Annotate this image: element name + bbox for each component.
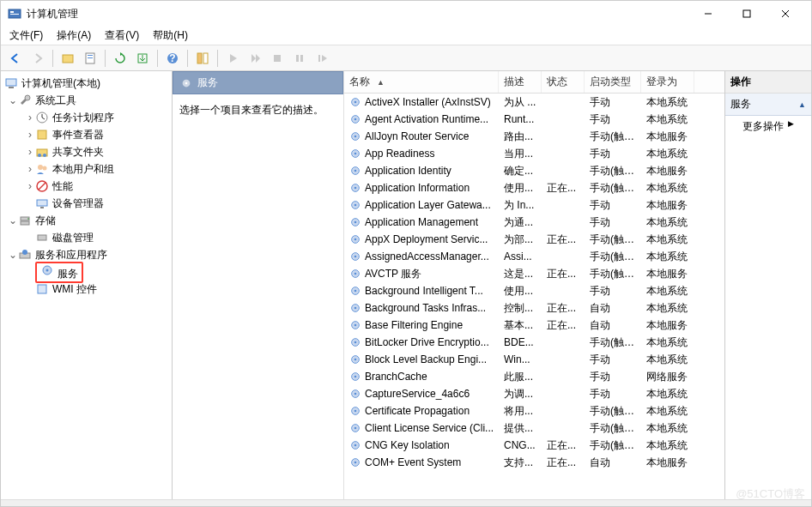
service-row[interactable]: Application Layer Gatewa...为 In...手动本地服务 [344, 196, 724, 214]
help-button[interactable]: ? [163, 49, 182, 68]
minimize-button[interactable] [688, 1, 727, 27]
service-row[interactable]: AllJoyn Router Service路由...手动(触发...本地服务 [344, 128, 724, 145]
svg-point-86 [354, 444, 357, 447]
service-row[interactable]: Background Intelligent T...使用...手动本地系统 [344, 282, 724, 299]
menu-action[interactable]: 操作(A) [52, 27, 96, 45]
refresh-button[interactable] [111, 49, 130, 68]
tree-device-manager[interactable]: ›设备管理器 [3, 195, 170, 212]
gear-icon [349, 113, 361, 125]
service-row[interactable]: Agent Activation Runtime...Runt...手动本地系统 [344, 111, 724, 128]
tree-disk-management[interactable]: ›磁盘管理 [3, 229, 170, 246]
tree-storage[interactable]: ⌄存储 [3, 212, 170, 229]
col-name[interactable]: 名称▲ [344, 71, 499, 93]
back-button[interactable] [6, 49, 25, 68]
col-status[interactable]: 状态 [542, 71, 585, 93]
menu-file[interactable]: 文件(F) [4, 27, 48, 45]
service-row[interactable]: AppX Deployment Servic...为部...正在...手动(触发… [344, 231, 724, 248]
expand-icon[interactable]: › [25, 112, 35, 124]
tree-shared-folders[interactable]: ›共享文件夹 [3, 143, 170, 160]
maximize-button[interactable] [727, 1, 766, 27]
svg-point-27 [43, 154, 46, 157]
menu-help[interactable]: 帮助(H) [148, 27, 193, 45]
service-row[interactable]: Application Management为通...手动本地系统 [344, 214, 724, 231]
gear-icon [349, 285, 361, 297]
tree-wmi[interactable]: ›WMI 控件 [3, 281, 170, 298]
service-row[interactable]: Block Level Backup Engi...Win...手动本地系统 [344, 351, 724, 368]
service-startup: 手动(触发... [585, 250, 641, 264]
collapse-icon[interactable]: ⌄ [8, 214, 18, 226]
menu-view[interactable]: 查看(V) [100, 27, 144, 45]
service-row[interactable]: BranchCache此服...手动网络服务 [344, 368, 724, 385]
tree-event-viewer[interactable]: ›事件查看器 [3, 126, 170, 143]
expand-icon[interactable]: › [25, 146, 35, 158]
actions-section[interactable]: 服务 ▲ [725, 94, 811, 116]
service-row[interactable]: App Readiness当用...手动本地系统 [344, 145, 724, 162]
service-row[interactable]: Application Information使用...正在...手动(触发..… [344, 179, 724, 196]
actions-more[interactable]: 更多操作 ▶ [725, 116, 811, 137]
service-row[interactable]: AssignedAccessManager...Assi...手动(触发...本… [344, 248, 724, 265]
svg-point-52 [354, 153, 357, 155]
service-row[interactable]: Background Tasks Infras...控制...正在...自动本地… [344, 299, 724, 317]
expand-icon[interactable]: › [25, 163, 35, 175]
service-startup: 手动 [585, 112, 641, 127]
service-row[interactable]: Client License Service (Cli...提供...手动(触发… [344, 419, 724, 437]
tree-root[interactable]: 计算机管理(本地) [3, 75, 170, 92]
service-startup: 手动(触发... [585, 181, 641, 196]
restart-button[interactable] [312, 49, 331, 68]
gear-icon [349, 439, 361, 451]
collapse-icon[interactable]: ⌄ [8, 94, 18, 106]
collapse-icon[interactable]: ⌄ [8, 249, 18, 261]
services-list[interactable]: 名称▲ 描述 状态 启动类型 登录为 ActiveX Installer (Ax… [344, 71, 724, 499]
svg-point-50 [354, 136, 357, 138]
description-text: 选择一个项目来查看它的描述。 [173, 94, 343, 126]
close-button[interactable] [766, 1, 804, 27]
tree-services[interactable]: ›服务 [3, 263, 170, 281]
service-logon: 本地服务 [641, 164, 694, 178]
service-row[interactable]: CaptureService_4a6c6为调...手动本地系统 [344, 385, 724, 402]
service-row[interactable]: CNG Key IsolationCNG...正在...手动(触发...本地系统 [344, 437, 724, 454]
svg-rect-4 [743, 10, 750, 17]
tree-system-tools[interactable]: ⌄ 系统工具 [3, 92, 170, 109]
col-startup[interactable]: 启动类型 [585, 71, 641, 93]
navigation-tree[interactable]: 计算机管理(本地) ⌄ 系统工具 ›任务计划程序 ›事件查看器 ›共享文件夹 ›… [1, 71, 173, 499]
play-all-button[interactable] [245, 49, 264, 68]
show-hide-button[interactable] [193, 49, 212, 68]
service-row[interactable]: BitLocker Drive Encryptio...BDE...手动(触发.… [344, 334, 724, 351]
col-desc[interactable]: 描述 [499, 71, 542, 93]
tree-task-scheduler[interactable]: ›任务计划程序 [3, 109, 170, 126]
service-row[interactable]: Base Filtering Engine基本...正在...自动本地服务 [344, 317, 724, 334]
tree-label: 事件查看器 [52, 128, 104, 142]
tree-services-apps[interactable]: ⌄服务和应用程序 [3, 246, 170, 263]
play-button[interactable] [223, 49, 242, 68]
svg-point-41 [46, 269, 49, 271]
service-row[interactable]: Application Identity确定...手动(触发...本地服务 [344, 162, 724, 179]
expand-icon[interactable]: › [25, 180, 35, 192]
export-list-button[interactable] [133, 49, 152, 68]
service-row[interactable]: COM+ Event System支持...正在...自动本地服务 [344, 454, 724, 471]
svg-point-80 [354, 393, 357, 395]
col-logon[interactable]: 登录为 [641, 71, 694, 93]
gear-icon [349, 216, 361, 228]
properties-button[interactable] [81, 49, 100, 68]
expand-icon[interactable]: › [25, 129, 35, 141]
tree-label: 共享文件夹 [52, 145, 104, 160]
service-status: 正在... [542, 318, 585, 333]
service-row[interactable]: Certificate Propagation将用...手动(触发...本地系统 [344, 402, 724, 419]
gear-icon [349, 148, 361, 160]
service-startup: 手动 [585, 215, 641, 230]
service-row[interactable]: ActiveX Installer (AxInstSV)为从 ...手动本地系统 [344, 94, 724, 111]
forward-button[interactable] [28, 49, 47, 68]
pause-button[interactable] [290, 49, 309, 68]
gear-icon [349, 250, 361, 263]
service-logon: 本地系统 [641, 95, 694, 110]
tree-label: 计算机管理(本地) [21, 76, 100, 91]
storage-icon [18, 214, 32, 227]
up-button[interactable] [58, 49, 77, 68]
tree-performance[interactable]: ›性能 [3, 178, 170, 195]
service-row[interactable]: AVCTP 服务这是...正在...手动(触发...本地服务 [344, 265, 724, 282]
gear-icon [349, 456, 361, 468]
service-name: CaptureService_4a6c6 [365, 388, 470, 400]
stop-button[interactable] [268, 49, 287, 68]
folder-share-icon [35, 145, 49, 159]
tree-local-users[interactable]: ›本地用户和组 [3, 160, 170, 178]
